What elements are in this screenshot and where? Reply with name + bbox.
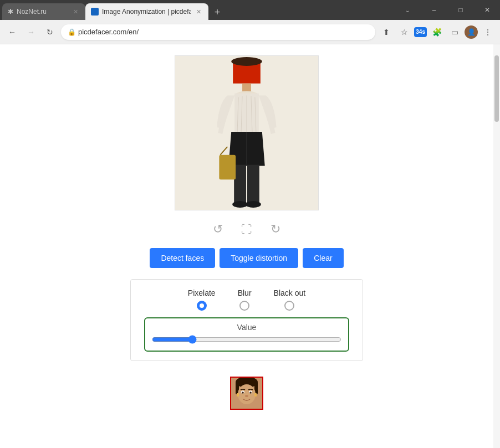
action-buttons: Detect faces Toggle distortion Clear [150,248,343,268]
browser-content: ↺ ⛶ ↻ Detect faces Toggle distortion Cle… [0,44,500,448]
rotate-right-button[interactable]: ↻ [266,219,285,239]
image-container [175,55,319,210]
svg-point-24 [238,384,256,404]
extension-badge[interactable]: 34s [414,27,427,37]
scrollbar-thumb[interactable] [494,55,499,122]
rotate-left-button[interactable]: ↺ [208,219,228,239]
toolbar-icons: ⬆ ☆ 34s 🧩 ▭ 👤 ⋮ [379,24,496,40]
address-input[interactable]: 🔒 picdefacer.com/en/ [61,24,375,40]
lock-icon: 🔒 [68,28,76,36]
clear-button[interactable]: Clear [303,248,343,268]
back-button[interactable]: ← [4,24,20,40]
face-thumb-inner [231,378,262,409]
new-tab-button[interactable]: + [210,4,225,20]
svg-rect-18 [219,155,236,180]
detect-faces-button[interactable]: Detect faces [150,248,215,268]
svg-point-17 [246,201,261,208]
tab-anon-favicon [91,8,99,16]
page-content: ↺ ⛶ ↻ Detect faces Toggle distortion Cle… [0,44,493,448]
svg-rect-14 [234,165,246,203]
tab-anonymization[interactable]: Image Anonymization | picdefac... ✕ [85,3,208,20]
bookmark-icon[interactable]: ☆ [396,24,412,40]
pixelate-label: Pixelate [188,289,216,297]
avatar-icon[interactable]: 👤 [465,25,478,39]
tab-anon-close[interactable]: ✕ [194,7,203,16]
maximize-button[interactable]: □ [448,2,473,18]
chevron-down-btn[interactable]: ⌄ [395,2,420,18]
expand-button[interactable]: ⛶ [237,219,257,239]
sidebar-icon[interactable]: ▭ [447,24,462,40]
face-thumbnail [230,377,263,410]
tab-noznet-label: NozNet.ru [17,8,47,16]
value-slider-container: Value [144,317,349,352]
tab-noznet-favicon: ✱ [8,8,13,16]
blur-label: Blur [238,289,252,297]
radio-options: Pixelate Blur Black out [144,289,349,311]
more-icon[interactable]: ⋮ [480,24,496,40]
svg-point-29 [245,395,248,397]
fashion-figure-svg [175,56,318,210]
value-label: Value [152,323,341,332]
svg-rect-30 [237,393,239,396]
pixelate-radio[interactable] [197,301,207,311]
extensions-icon[interactable]: 🧩 [429,24,445,40]
radio-blur[interactable]: Blur [238,289,252,311]
close-button[interactable]: ✕ [475,2,500,18]
share-icon[interactable]: ⬆ [379,24,394,40]
image-controls: ↺ ⛶ ↻ [208,219,285,239]
tab-anon-label: Image Anonymization | picdefac... [102,8,191,16]
radio-pixelate[interactable]: Pixelate [188,289,216,311]
blackout-radio[interactable] [284,301,294,311]
address-text: picdefacer.com/en/ [78,28,139,36]
scrollbar[interactable] [493,44,500,448]
distortion-panel: Pixelate Blur Black out Value [130,279,363,361]
svg-point-16 [232,201,248,208]
svg-rect-31 [254,393,257,396]
toggle-distortion-button[interactable]: Toggle distortion [220,248,298,268]
tab-noznet[interactable]: ✱ NozNet.ru ✕ [2,3,85,20]
blackout-label: Black out [274,289,306,297]
refresh-button[interactable]: ↻ [42,24,58,40]
tab-noznet-close[interactable]: ✕ [71,7,80,16]
svg-rect-15 [247,165,259,203]
svg-point-2 [231,57,262,66]
svg-point-28 [249,392,252,394]
forward-button[interactable]: → [23,24,39,40]
blur-radio[interactable] [239,301,249,311]
radio-blackout[interactable]: Black out [274,289,306,311]
tab-bar: ✱ NozNet.ru ✕ Image Anonymization | picd… [0,0,500,20]
svg-point-27 [242,392,244,394]
face-thumb-svg [231,378,262,409]
minimize-button[interactable]: – [421,2,447,18]
value-slider[interactable] [152,335,341,344]
address-bar: ← → ↻ 🔒 picdefacer.com/en/ ⬆ ☆ 34s 🧩 ▭ 👤… [0,20,500,44]
